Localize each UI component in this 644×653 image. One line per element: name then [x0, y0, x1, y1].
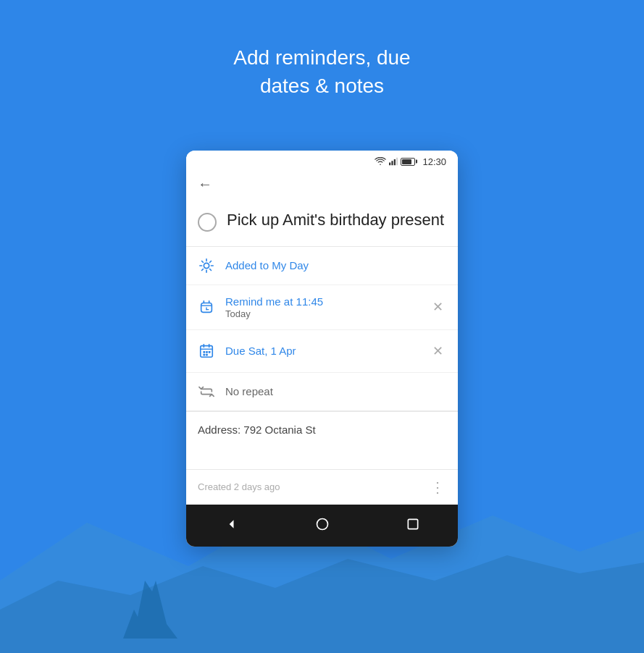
task-complete-circle[interactable]	[198, 213, 217, 232]
reminder-title: Remind me at 11:45	[225, 295, 419, 308]
back-arrow-icon: ←	[198, 176, 212, 193]
svg-rect-33	[408, 519, 417, 528]
svg-rect-3	[389, 163, 390, 166]
svg-rect-30	[206, 353, 208, 355]
status-bar: 12:30	[186, 151, 458, 170]
task-title-area: Pick up Amit's birthday present	[186, 201, 458, 246]
reminder-content: Remind me at 11:45 Today	[225, 295, 419, 319]
phone-mockup: 12:30 ← Pick up Amit's birthday present	[186, 151, 458, 547]
nav-bar	[186, 505, 458, 547]
hero-line2: dates & notes	[233, 72, 410, 100]
battery-icon	[401, 158, 415, 166]
sun-icon	[198, 257, 215, 274]
alarm-icon	[198, 298, 215, 316]
back-button[interactable]: ←	[198, 176, 212, 193]
svg-line-14	[210, 261, 212, 262]
hero-line1: Add reminders, due	[233, 43, 410, 72]
nav-recent-button[interactable]	[398, 513, 427, 535]
svg-rect-28	[209, 351, 211, 353]
reminder-row[interactable]: Remind me at 11:45 Today ✕	[186, 285, 458, 330]
due-date-label: Due Sat, 1 Apr	[225, 345, 419, 357]
wifi-icon	[375, 157, 386, 166]
reminder-close-button[interactable]: ✕	[430, 296, 446, 318]
nav-home-button[interactable]	[308, 513, 337, 535]
repeat-label: No repeat	[225, 385, 446, 397]
svg-rect-27	[206, 351, 208, 353]
svg-rect-6	[397, 158, 398, 166]
more-options-button[interactable]: ⋮	[430, 479, 446, 496]
repeat-row[interactable]: No repeat	[186, 373, 458, 410]
svg-line-15	[202, 269, 204, 270]
footer: Created 2 days ago ⋮	[186, 469, 458, 505]
calendar-icon	[198, 342, 215, 360]
due-date-row[interactable]: Due Sat, 1 Apr ✕	[186, 330, 458, 373]
reminder-subtitle: Today	[225, 308, 419, 319]
svg-line-12	[202, 261, 204, 262]
top-bar: ←	[186, 170, 458, 201]
svg-point-32	[317, 518, 327, 529]
status-time: 12:30	[422, 156, 446, 167]
nav-back-button[interactable]	[217, 513, 246, 535]
signal-icon	[389, 157, 398, 166]
notes-text: Address: 792 Octania St	[198, 424, 446, 436]
svg-point-7	[204, 263, 209, 268]
repeat-icon	[198, 383, 215, 400]
my-day-row[interactable]: Added to My Day	[186, 247, 458, 285]
due-date-close-button[interactable]: ✕	[430, 340, 446, 362]
my-day-content: Added to My Day	[225, 259, 446, 271]
actions-section: Added to My Day Remind me at 11:45 Today…	[186, 246, 458, 411]
repeat-content: No repeat	[225, 385, 446, 397]
hero-text: Add reminders, due dates & notes	[233, 43, 410, 100]
svg-rect-29	[203, 353, 205, 355]
created-label: Created 2 days ago	[198, 481, 280, 492]
svg-line-13	[210, 269, 212, 270]
svg-marker-31	[229, 520, 233, 528]
svg-rect-26	[203, 351, 205, 353]
my-day-label: Added to My Day	[225, 259, 446, 271]
task-title: Pick up Amit's birthday present	[227, 210, 444, 231]
due-date-content: Due Sat, 1 Apr	[225, 345, 419, 357]
svg-rect-4	[392, 161, 393, 165]
svg-rect-5	[394, 159, 396, 165]
status-icons	[375, 157, 415, 166]
notes-area[interactable]: Address: 792 Octania St	[186, 411, 458, 469]
